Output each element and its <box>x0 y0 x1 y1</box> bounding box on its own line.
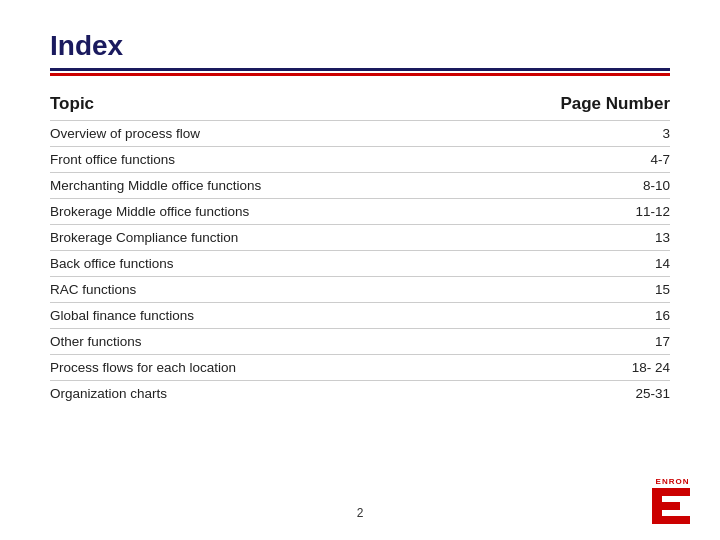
row-page-9: 18- 24 <box>610 360 670 375</box>
page-title: Index <box>50 30 670 62</box>
bottom-page-number: 2 <box>357 506 364 520</box>
divider-red <box>50 73 670 76</box>
row-page-10: 25-31 <box>610 386 670 401</box>
table-row: RAC functions15 <box>50 276 670 302</box>
page-container: Index Topic Page Number Overview of proc… <box>0 0 720 540</box>
row-page-5: 14 <box>610 256 670 271</box>
table-row: Merchanting Middle office functions8-10 <box>50 172 670 198</box>
svg-rect-2 <box>652 502 680 510</box>
index-table: Topic Page Number Overview of process fl… <box>50 94 670 406</box>
row-topic-1: Front office functions <box>50 152 175 167</box>
table-row: Global finance functions16 <box>50 302 670 328</box>
table-rows: Overview of process flow3Front office fu… <box>50 120 670 406</box>
header-topic: Topic <box>50 94 94 114</box>
row-page-7: 16 <box>610 308 670 323</box>
table-row: Front office functions4-7 <box>50 146 670 172</box>
table-header: Topic Page Number <box>50 94 670 118</box>
table-row: Brokerage Compliance function13 <box>50 224 670 250</box>
row-page-6: 15 <box>610 282 670 297</box>
row-topic-5: Back office functions <box>50 256 174 271</box>
row-page-2: 8-10 <box>610 178 670 193</box>
row-topic-7: Global finance functions <box>50 308 194 323</box>
table-row: Other functions17 <box>50 328 670 354</box>
divider-blue <box>50 68 670 71</box>
svg-rect-1 <box>652 488 690 496</box>
row-page-4: 13 <box>610 230 670 245</box>
row-page-1: 4-7 <box>610 152 670 167</box>
table-row: Back office functions14 <box>50 250 670 276</box>
svg-rect-3 <box>652 516 690 524</box>
row-topic-0: Overview of process flow <box>50 126 200 141</box>
table-row: Organization charts25-31 <box>50 380 670 406</box>
row-topic-9: Process flows for each location <box>50 360 236 375</box>
row-topic-2: Merchanting Middle office functions <box>50 178 261 193</box>
enron-logo: ENRON ENRON <box>645 481 700 526</box>
row-page-3: 11-12 <box>610 204 670 219</box>
header-page-number: Page Number <box>560 94 670 114</box>
table-row: Overview of process flow3 <box>50 120 670 146</box>
row-topic-10: Organization charts <box>50 386 167 401</box>
row-page-8: 17 <box>610 334 670 349</box>
row-page-0: 3 <box>610 126 670 141</box>
table-row: Process flows for each location18- 24 <box>50 354 670 380</box>
row-topic-8: Other functions <box>50 334 142 349</box>
row-topic-4: Brokerage Compliance function <box>50 230 238 245</box>
row-topic-6: RAC functions <box>50 282 136 297</box>
row-topic-3: Brokerage Middle office functions <box>50 204 249 219</box>
table-row: Brokerage Middle office functions11-12 <box>50 198 670 224</box>
